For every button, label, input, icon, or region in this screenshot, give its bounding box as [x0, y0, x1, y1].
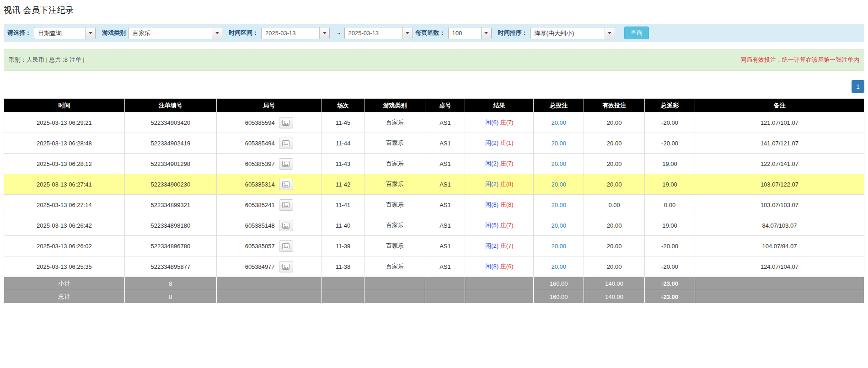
table-row: 2025-03-13 06:26:42 522334898180 6053851…	[4, 215, 864, 236]
total-bet-link[interactable]: 20.00	[551, 263, 566, 270]
payout-cell: 19.00	[645, 215, 695, 236]
sort-select[interactable]: 降幂(由大到小)	[530, 27, 615, 39]
payout-cell: 19.00	[645, 174, 695, 195]
total-bet-cell: 20.00	[534, 112, 584, 133]
total-bet-cell: 20.00	[534, 215, 584, 236]
session-cell: 11-39	[321, 236, 364, 256]
table-no-cell: AS1	[425, 256, 465, 277]
page-size-select[interactable]: 100	[448, 27, 492, 39]
result-cell: 闲(2) 庄(7)	[465, 236, 534, 256]
round-detail-button[interactable]	[279, 261, 293, 272]
round-id-cell: 605384977	[216, 256, 321, 277]
payout-cell: -20.00	[645, 256, 695, 277]
image-icon	[282, 140, 289, 146]
time-cell: 2025-03-13 06:27:14	[4, 195, 125, 215]
table-row: 2025-03-13 06:25:35 522334895877 6053849…	[4, 256, 864, 277]
subtotal-label: 小计	[4, 277, 125, 290]
subtotal-valid-bet: 140.00	[584, 277, 645, 290]
bet-id-cell: 522334902419	[124, 133, 216, 154]
game-type-select[interactable]: 百家乐	[129, 27, 222, 39]
total-bet-link[interactable]: 20.00	[551, 181, 566, 188]
search-button[interactable]: 查询	[624, 27, 649, 39]
select-label: 请选择：	[7, 29, 31, 37]
round-detail-button[interactable]	[279, 240, 293, 252]
round-detail-button[interactable]	[279, 138, 293, 149]
session-cell: 11-43	[321, 154, 364, 174]
subtotal-row: 小计 8 160.00 140.00 -23.00	[4, 277, 864, 290]
table-no-cell: AS1	[425, 154, 465, 174]
game-type-cell: 百家乐	[364, 195, 425, 215]
result-cell: 闲(6) 庄(7)	[465, 112, 534, 133]
round-id-cell: 605385494	[216, 133, 321, 154]
game-type-cell: 百家乐	[364, 174, 425, 195]
chevron-down-icon[interactable]	[212, 27, 222, 39]
total-bet-link[interactable]: 20.00	[551, 160, 566, 167]
session-cell: 11-45	[321, 112, 364, 133]
round-detail-button[interactable]	[279, 179, 293, 190]
game-type-cell: 百家乐	[364, 236, 425, 256]
subtotal-count: 8	[124, 277, 216, 290]
game-type-cell: 百家乐	[364, 133, 425, 154]
table-row: 2025-03-13 06:27:41 522334900230 6053853…	[4, 174, 864, 195]
table-no-cell: AS1	[425, 215, 465, 236]
player-result: 闲(2)	[485, 139, 498, 146]
round-id-cell: 605385397	[216, 154, 321, 174]
total-bet-link[interactable]: 20.00	[551, 222, 566, 229]
banker-result: 庄(8)	[500, 201, 514, 208]
image-icon	[282, 120, 289, 126]
chevron-down-icon[interactable]	[481, 27, 491, 39]
chevron-down-icon[interactable]	[605, 27, 615, 39]
game-type-cell: 百家乐	[364, 112, 425, 133]
round-id-text: 605385594	[245, 119, 275, 126]
page-number-button[interactable]: 1	[852, 80, 864, 93]
valid-bet-notice-text: 同局有效投注，统一计算在该局第一张注单内	[740, 56, 859, 64]
banker-result: 庄(6)	[500, 263, 514, 270]
chevron-down-icon[interactable]	[319, 27, 329, 39]
date-from-input[interactable]: 2025-03-13	[261, 27, 330, 39]
bet-id-cell: 522334895877	[124, 256, 216, 277]
banker-result: 庄(1)	[500, 139, 514, 146]
note-cell: 121.07/101.07	[695, 112, 864, 133]
date-to-input[interactable]: 2025-03-13	[344, 27, 413, 39]
header-session: 场次	[321, 99, 364, 112]
round-detail-button[interactable]	[279, 158, 293, 170]
game-type-cell: 百家乐	[364, 256, 425, 277]
result-cell: 闲(2) 庄(7)	[465, 154, 534, 174]
header-payout: 总派彩	[645, 99, 695, 112]
date-separator: ~	[336, 30, 342, 37]
bets-table: 时间 注单编号 局号 场次 游戏类别 桌号 结果 总投注 有效投注 总派彩 备注…	[4, 98, 864, 304]
total-bet-link[interactable]: 20.00	[551, 140, 566, 147]
result-cell: 闲(2) 庄(8)	[465, 174, 534, 195]
time-range-label: 时间区间：	[229, 29, 258, 37]
sort-label: 时间排序：	[498, 29, 528, 37]
time-cell: 2025-03-13 06:25:35	[4, 256, 125, 277]
chevron-down-icon[interactable]	[85, 27, 95, 39]
round-detail-button[interactable]	[279, 199, 293, 211]
date-from-value: 2025-03-13	[262, 27, 319, 39]
total-bet-link[interactable]: 20.00	[551, 119, 566, 126]
time-cell: 2025-03-13 06:27:41	[4, 174, 125, 195]
header-time: 时间	[4, 99, 125, 112]
page-header: 视讯 会员下注纪录	[4, 0, 864, 20]
chevron-down-icon[interactable]	[402, 27, 413, 39]
game-type-cell: 百家乐	[364, 215, 425, 236]
session-cell: 11-44	[321, 133, 364, 154]
page: 视讯 会员下注纪录 请选择： 日期查询 游戏类别 百家乐 时间区间： 2025-…	[0, 0, 868, 304]
total-bet-link[interactable]: 20.00	[551, 243, 566, 250]
query-type-select[interactable]: 日期查询	[34, 27, 96, 39]
round-detail-button[interactable]	[279, 117, 293, 128]
time-cell: 2025-03-13 06:29:21	[4, 112, 125, 133]
player-result: 闲(8)	[485, 201, 498, 208]
total-label: 总计	[4, 290, 125, 304]
total-count: 8	[124, 290, 216, 304]
subtotal-total-bet: 160.00	[534, 277, 584, 290]
player-result: 闲(6)	[485, 119, 498, 126]
round-id-text: 605385241	[245, 202, 275, 208]
banker-result: 庄(8)	[500, 181, 514, 187]
total-bet-cell: 20.00	[534, 133, 584, 154]
total-bet-link[interactable]: 20.00	[551, 202, 566, 208]
round-id-cell: 605385148	[216, 215, 321, 236]
player-result: 闲(2)	[485, 160, 498, 167]
round-detail-button[interactable]	[279, 220, 293, 231]
total-valid-bet: 140.00	[584, 290, 645, 304]
